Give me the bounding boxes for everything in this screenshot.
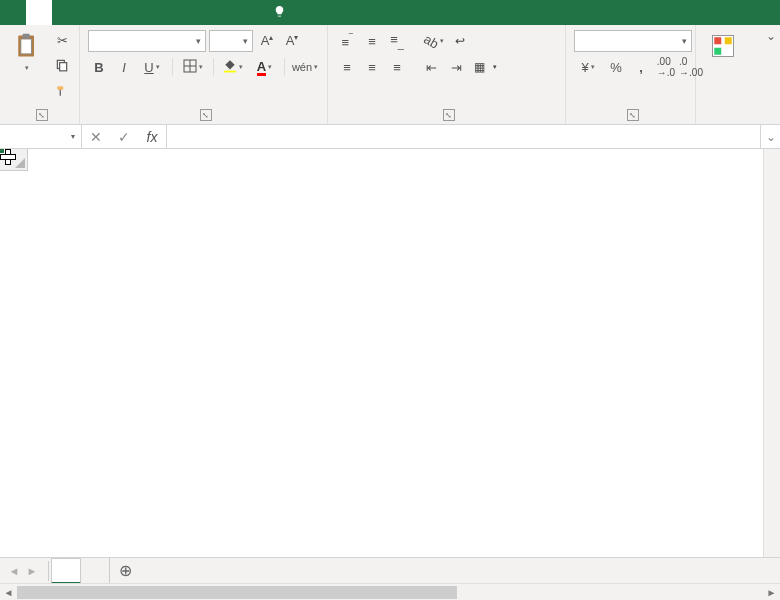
currency-icon: ¥: [581, 60, 588, 75]
font-name-combo[interactable]: ▾: [88, 30, 206, 52]
increase-font-button[interactable]: A▴: [256, 30, 278, 52]
align-center-icon: ≡: [368, 60, 376, 75]
tab-insert[interactable]: [52, 0, 78, 25]
ribbon-collapse-icon[interactable]: ⌄: [766, 29, 776, 43]
svg-rect-10: [714, 37, 721, 44]
number-dialog-launcher[interactable]: ⤡: [627, 109, 639, 121]
chevron-down-icon: ▾: [190, 36, 201, 46]
clipboard-dialog-launcher[interactable]: ⤡: [36, 109, 48, 121]
tab-home[interactable]: [26, 0, 52, 25]
name-box[interactable]: ▾: [0, 125, 82, 148]
format-painter-button[interactable]: [52, 82, 72, 102]
sheet-tab-1[interactable]: [51, 558, 81, 584]
align-bottom-button[interactable]: ≡_: [386, 30, 408, 52]
align-right-icon: ≡: [393, 60, 401, 75]
formula-bar-row: ▾ ✕ ✓ fx ⌄: [0, 125, 780, 149]
vertical-scrollbar[interactable]: [763, 149, 780, 557]
sheet-tab-2[interactable]: [81, 558, 110, 584]
bold-icon: B: [94, 60, 103, 75]
insert-function-button[interactable]: fx: [138, 125, 166, 148]
align-middle-icon: ≡: [368, 34, 376, 49]
tab-review[interactable]: [156, 0, 182, 25]
bold-button[interactable]: B: [88, 56, 110, 78]
tab-page-layout[interactable]: [78, 0, 104, 25]
bucket-icon: [223, 59, 237, 76]
fill-color-button[interactable]: ▾: [219, 56, 247, 78]
scroll-right-button[interactable]: ►: [763, 584, 780, 601]
align-middle-button[interactable]: ≡: [361, 30, 383, 52]
chevron-down-icon: ▾: [25, 64, 29, 72]
decrease-font-button[interactable]: A▾: [281, 30, 303, 52]
cancel-edit-button[interactable]: ✕: [82, 125, 110, 148]
number-format-combo[interactable]: ▾: [574, 30, 692, 52]
triangle-right-icon: ►: [27, 565, 38, 577]
tab-diy[interactable]: [234, 0, 260, 25]
plus-circle-icon: ⊕: [119, 561, 132, 580]
percent-button[interactable]: %: [605, 56, 627, 78]
expand-formula-bar-button[interactable]: ⌄: [760, 125, 780, 148]
triangle-right-icon: ►: [767, 587, 777, 598]
tab-file[interactable]: [0, 0, 26, 25]
italic-button[interactable]: I: [113, 56, 135, 78]
increase-decimal-button[interactable]: .00→.0: [655, 56, 677, 78]
group-styles: [696, 25, 754, 124]
formula-bar[interactable]: [167, 125, 760, 148]
comma-button[interactable]: ,: [630, 56, 652, 78]
scroll-thumb[interactable]: [17, 586, 457, 599]
confirm-edit-button[interactable]: ✓: [110, 125, 138, 148]
phonetic-icon: wén: [292, 61, 312, 73]
svg-rect-8: [225, 70, 237, 72]
align-top-button[interactable]: ≡‾: [336, 30, 358, 52]
wrap-icon: ↩: [455, 34, 465, 48]
font-dialog-launcher[interactable]: ⤡: [200, 109, 212, 121]
ribbon-tabs: [0, 0, 780, 25]
select-all-button[interactable]: [0, 149, 28, 171]
sheet-tab-bar: ◄ ► ⊕: [0, 557, 780, 583]
align-center-button[interactable]: ≡: [361, 56, 383, 78]
orientation-button[interactable]: ab▾: [420, 30, 448, 52]
increase-indent-button[interactable]: ⇥: [445, 56, 467, 78]
chevron-down-icon: ▾: [237, 36, 248, 46]
cut-button[interactable]: ✂: [52, 30, 72, 50]
merge-center-button[interactable]: ▦▾: [470, 56, 501, 78]
wrap-text-button[interactable]: ↩: [451, 30, 473, 52]
align-right-button[interactable]: ≡: [386, 56, 408, 78]
decrease-font-icon: A▾: [286, 33, 299, 48]
svg-rect-4: [60, 62, 67, 70]
align-dialog-launcher[interactable]: ⤡: [443, 109, 455, 121]
sheet-nav-prev-button[interactable]: ◄: [6, 563, 22, 579]
horizontal-scrollbar[interactable]: ◄ ►: [0, 583, 780, 600]
paintbrush-icon: [55, 84, 69, 101]
sheet-nav-next-button[interactable]: ►: [24, 563, 40, 579]
tab-view[interactable]: [182, 0, 208, 25]
new-sheet-button[interactable]: ⊕: [110, 561, 140, 580]
underline-button[interactable]: U▾: [138, 56, 166, 78]
font-size-combo[interactable]: ▾: [209, 30, 253, 52]
tab-formulas[interactable]: [104, 0, 130, 25]
phonetic-button[interactable]: wén▾: [291, 56, 319, 78]
paste-button[interactable]: ▾: [4, 28, 50, 107]
group-alignment: ≡‾ ≡ ≡_ ab▾ ↩ ≡ ≡ ≡ ⇤ ⇥ ▦▾ ⤡: [328, 25, 566, 124]
svg-rect-12: [714, 48, 721, 55]
tab-data[interactable]: [130, 0, 156, 25]
chevron-down-icon: ▾: [493, 63, 497, 71]
scroll-left-button[interactable]: ◄: [0, 584, 17, 601]
svg-rect-2: [23, 34, 30, 38]
ribbon: ⌄ ▾ ✂ ⤡ ▾ ▾ A▴ A▾: [0, 25, 780, 125]
chevron-down-icon: ▾: [591, 63, 595, 71]
borders-button[interactable]: ▾: [179, 56, 207, 78]
conditional-format-icon: [707, 30, 739, 62]
tab-ffgz[interactable]: [208, 0, 234, 25]
tell-me-search[interactable]: [260, 0, 305, 25]
align-left-button[interactable]: ≡: [336, 56, 358, 78]
conditional-format-button[interactable]: [700, 28, 746, 119]
chevron-down-icon: ▾: [268, 63, 272, 71]
group-font: ▾ ▾ A▴ A▾ B I U▾ ▾ ▾ A▾ wén▾ ⤡: [80, 25, 328, 124]
font-color-button[interactable]: A▾: [250, 56, 278, 78]
chevron-down-icon: ▾: [156, 63, 160, 71]
copy-button[interactable]: [52, 56, 72, 76]
accounting-format-button[interactable]: ¥▾: [574, 56, 602, 78]
underline-icon: U: [144, 60, 153, 75]
chevron-down-icon: ⌄: [766, 130, 776, 144]
decrease-indent-button[interactable]: ⇤: [420, 56, 442, 78]
